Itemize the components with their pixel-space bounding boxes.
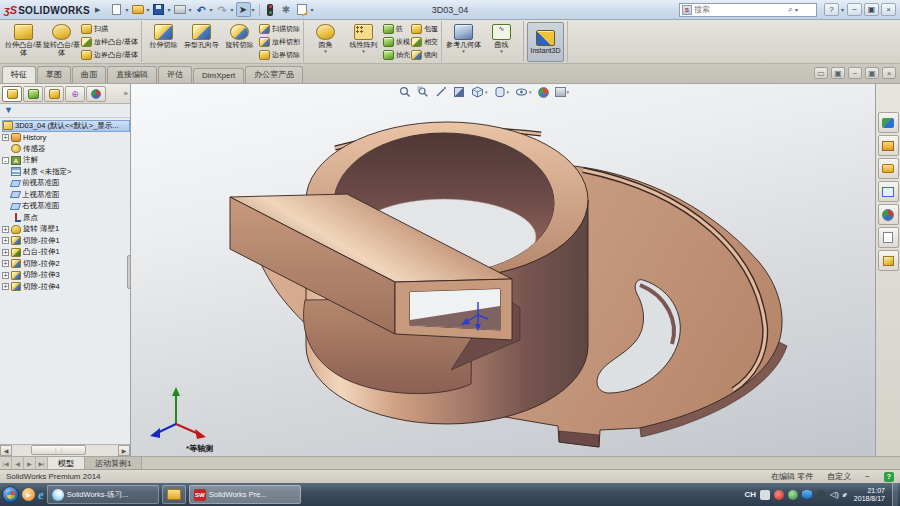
loft-button[interactable]: 放样凸台/基体: [81, 36, 138, 48]
browser-taskbar-button[interactable]: SolidWorks-练习...: [47, 485, 159, 504]
search-box[interactable]: S ⌕ ▾: [679, 3, 817, 17]
show-desktop-button[interactable]: [892, 483, 898, 506]
tab-office-products[interactable]: 办公室产品: [245, 66, 303, 83]
minimize-button[interactable]: −: [847, 3, 862, 16]
redo-button[interactable]: ↷: [215, 2, 230, 17]
tab-surfaces[interactable]: 曲面: [72, 66, 106, 83]
scroll-track[interactable]: ⋮⋮: [12, 445, 118, 456]
start-button[interactable]: [2, 486, 19, 503]
security-shield-tray-icon[interactable]: [802, 490, 812, 500]
file-properties-button[interactable]: [295, 2, 310, 17]
scroll-right-button[interactable]: ▶: [118, 445, 130, 456]
menu-expand-arrow[interactable]: ▶: [95, 6, 100, 14]
tree-item-annotations[interactable]: -A注解: [2, 155, 130, 167]
expand-box[interactable]: +: [2, 283, 9, 290]
tree-item-cut-extrude2[interactable]: +切除-拉伸2: [2, 258, 130, 270]
tree-item-history[interactable]: +History: [2, 132, 130, 144]
new-document-button[interactable]: [109, 2, 124, 17]
draft-button[interactable]: 拔模: [383, 36, 410, 48]
expand-box[interactable]: +: [2, 272, 9, 279]
tab-sketch[interactable]: 草图: [37, 66, 71, 83]
display-manager-tab[interactable]: [86, 86, 106, 102]
file-explorer-taskbar-button[interactable]: [162, 485, 186, 504]
tree-item-right-plane[interactable]: 右视基准面: [2, 201, 130, 213]
input-language-indicator[interactable]: CH: [744, 490, 756, 499]
view-palette-button[interactable]: [878, 181, 899, 202]
new-caret[interactable]: ▾: [125, 6, 128, 13]
print-caret[interactable]: ▾: [188, 6, 191, 13]
tab-nav-prev[interactable]: ◀: [12, 457, 24, 469]
expand-box[interactable]: +: [2, 226, 9, 233]
reference-geometry-button[interactable]: 参考几何体▾: [445, 22, 482, 62]
doc-pane-split-icon[interactable]: ▣: [831, 67, 845, 79]
graphics-area[interactable]: ▾ ▾ ▾ ▾: [131, 84, 875, 456]
custom-properties-button[interactable]: [878, 227, 899, 248]
tree-item-origin[interactable]: 原点: [2, 212, 130, 224]
file-explorer-button[interactable]: [878, 158, 899, 179]
solidworks-resources-button[interactable]: [878, 112, 899, 133]
expand-box[interactable]: +: [2, 237, 9, 244]
tree-item-cut-extrude4[interactable]: +切除-拉伸4: [2, 281, 130, 293]
doc-restore-button[interactable]: ▣: [865, 67, 879, 79]
boundary-boss-button[interactable]: 边界凸台/基体: [81, 49, 138, 61]
tree-item-revolve-thin1[interactable]: +旋转 薄壁1: [2, 224, 130, 236]
tab-direct-editing[interactable]: 直接编辑: [107, 66, 157, 83]
property-manager-tab[interactable]: [23, 86, 43, 102]
configuration-manager-tab[interactable]: [44, 86, 64, 102]
media-player-taskbar-icon[interactable]: ▶: [22, 488, 35, 501]
tree-item-cut-extrude3[interactable]: +切除-拉伸3: [2, 270, 130, 282]
expand-box[interactable]: +: [2, 249, 9, 256]
tab-nav-first[interactable]: |◀: [0, 457, 12, 469]
tree-item-cut-extrude1[interactable]: +切除-拉伸1: [2, 235, 130, 247]
rib-button[interactable]: 筋: [383, 23, 410, 35]
linear-pattern-button[interactable]: 线性阵列▾: [345, 22, 382, 62]
fillet-button[interactable]: 圆角▾: [307, 22, 344, 62]
tree-root-part[interactable]: 3D03_04 (默认<<默认>_显示...: [2, 120, 130, 132]
select-caret[interactable]: ▾: [252, 6, 255, 13]
expand-box[interactable]: +: [2, 134, 9, 141]
tree-item-material[interactable]: 材质 <未指定>: [2, 166, 130, 178]
save-button[interactable]: [151, 2, 166, 17]
boundary-cut-button[interactable]: 边界切除: [259, 49, 300, 61]
model-tab[interactable]: 模型: [48, 457, 85, 469]
curves-button[interactable]: ∿曲线▾: [483, 22, 520, 62]
options-button[interactable]: ✱: [279, 2, 294, 17]
quick-tips-help-icon[interactable]: ?: [884, 472, 894, 482]
save-caret[interactable]: ▾: [167, 6, 170, 13]
scroll-thumb[interactable]: ⋮⋮: [31, 445, 86, 455]
custom-status-dropdown[interactable]: 自定义: [827, 471, 851, 482]
hole-wizard-button[interactable]: 异型孔向导: [183, 22, 220, 62]
expand-box[interactable]: +: [2, 260, 9, 267]
tab-nav-next[interactable]: ▶: [24, 457, 36, 469]
antivirus-tray-icon[interactable]: [774, 490, 784, 500]
tab-nav-last[interactable]: ▶|: [36, 457, 48, 469]
search-icon[interactable]: ⌕: [788, 4, 793, 15]
motion-study-tab[interactable]: 运动算例1: [85, 457, 142, 469]
taskbar-clock[interactable]: 21:07 2018/8/17: [854, 487, 885, 503]
open-button[interactable]: [130, 2, 145, 17]
clock-tray-icon[interactable]: [816, 490, 826, 500]
dimxpert-manager-tab[interactable]: ⊕: [65, 86, 85, 102]
shell-button[interactable]: 抽壳: [383, 49, 410, 61]
help-caret[interactable]: ▾: [841, 6, 844, 13]
tree-filter-row[interactable]: ▼: [0, 104, 130, 118]
appearances-scenes-button[interactable]: [878, 204, 899, 225]
internet-explorer-taskbar-icon[interactable]: e: [38, 487, 44, 503]
undo-caret[interactable]: ▾: [209, 6, 212, 13]
scroll-left-button[interactable]: ◀: [0, 445, 12, 456]
model-3d-view[interactable]: [131, 84, 875, 456]
rebuild-button[interactable]: [263, 2, 278, 17]
revolved-cut-button[interactable]: 旋转切除: [221, 22, 258, 62]
volume-tray-icon[interactable]: ◁): [830, 490, 839, 499]
featuremanager-tree-tab[interactable]: [2, 86, 22, 102]
redo-caret[interactable]: ▾: [231, 6, 234, 13]
doc-pane-left-icon[interactable]: ▭: [814, 67, 828, 79]
tree-item-front-plane[interactable]: 前视基准面: [2, 178, 130, 190]
doc-close-button[interactable]: ×: [882, 67, 896, 79]
network-tray-icon[interactable]: ⸙: [843, 490, 847, 499]
close-button[interactable]: ×: [881, 3, 896, 16]
print-button[interactable]: [172, 2, 187, 17]
sweep-button[interactable]: 扫描: [81, 23, 138, 35]
swept-cut-button[interactable]: 扫描切除: [259, 23, 300, 35]
search-input[interactable]: [694, 5, 786, 14]
